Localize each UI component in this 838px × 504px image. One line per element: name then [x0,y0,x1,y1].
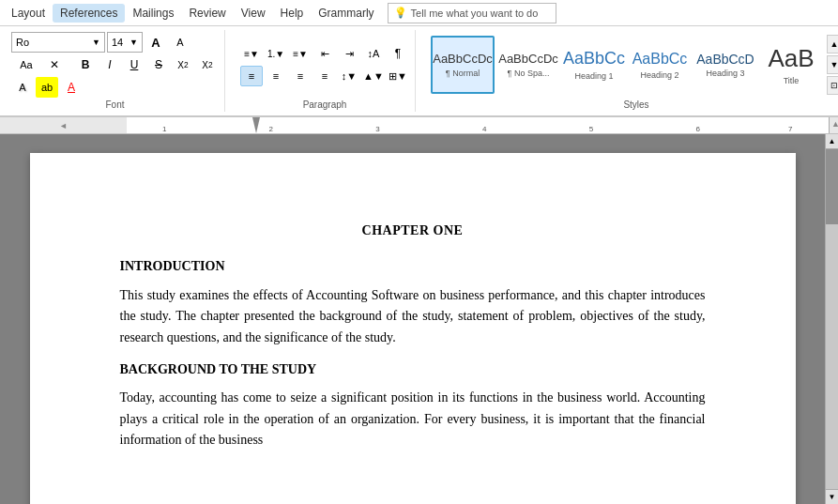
styles-group-label: Styles [623,99,648,110]
document-page[interactable]: CHAPTER ONE INTRODUCTION This study exam… [30,153,796,504]
style-nospace-preview: AaBbCcDc [498,52,558,67]
align-left-button[interactable]: ≡ [240,66,263,86]
font-group: Ro ▼ 14 ▼ A A Aa ✕ [6,30,225,112]
document-container: CHAPTER ONE INTRODUCTION This study exam… [0,134,838,504]
ribbon: Ro ▼ 14 ▼ A A Aa ✕ [0,26,838,117]
style-h1-label: Heading 1 [574,71,613,81]
ruler-mark-7: 7 [788,125,792,133]
background-body1: Today, accounting has come to seize a si… [120,388,706,451]
style-heading2[interactable]: AaBbCc Heading 2 [628,36,692,94]
intro-body: This study examines the effects of Accou… [120,285,706,348]
font-controls: Ro ▼ 14 ▼ A A Aa ✕ [11,32,219,98]
ruler-right-margin: ▲ [829,117,838,133]
style-h1-preview: AaBbCc [563,49,625,69]
styles-expand[interactable]: ⊡ [827,76,838,95]
style-no-spacing[interactable]: AaBbCcDc ¶ No Spa... [496,36,560,94]
styles-gallery: AaBbCcDc ¶ Normal AaBbCcDc ¶ No Spa... A… [431,35,838,95]
styles-group: AaBbCcDc ¶ Normal AaBbCcDc ¶ No Spa... A… [425,30,838,112]
ruler-indent-marker [252,117,260,133]
align-center-button[interactable]: ≡ [265,66,287,86]
style-title[interactable]: AaB Title [759,36,823,94]
superscript-button[interactable]: X2 [196,54,219,75]
ruler: ◄ 1 2 3 4 5 6 7 ▲ [0,117,838,134]
style-normal-label: ¶ Normal [446,69,480,78]
shading-button[interactable]: ▲▼ [362,66,385,86]
scroll-thumb[interactable] [826,149,838,224]
menu-review[interactable]: Review [181,4,233,23]
style-title-label: Title [784,76,800,85]
clear-format-icon: ✕ [50,58,59,71]
numbering-button[interactable]: 1.▼ [265,43,287,64]
menu-layout[interactable]: Layout [4,4,53,23]
font-size-input[interactable]: 14 ▼ [107,32,143,53]
menu-grammarly[interactable]: Grammarly [311,4,381,23]
align-right-button[interactable]: ≡ [289,66,312,86]
paragraph-group: ≡▼ 1.▼ ≡▼ ⇤ ⇥ ↕A ¶ ≡ ≡ ≡ ≡ ↕▼ ▲▼ [235,30,416,112]
bold-button[interactable]: B [74,54,97,75]
ruler-mark-1: 1 [162,125,166,133]
background-heading: BACKGROUND TO THE STUDY [120,359,706,380]
vertical-scrollbar[interactable]: ▲ ▼ [825,134,838,504]
font-name-dropdown[interactable]: Ro ▼ [11,32,105,53]
style-h3-label: Heading 3 [706,69,744,78]
ruler-mark-4: 4 [482,125,486,133]
justify-button[interactable]: ≡ [313,66,336,86]
style-normal[interactable]: AaBbCcDc ¶ Normal [431,36,495,94]
bullets-button[interactable]: ≡▼ [240,43,263,64]
font-grow-button[interactable]: A [145,32,167,53]
change-case-button[interactable]: Aa [11,54,41,75]
text-highlight-button[interactable]: ab [36,77,58,98]
style-heading3[interactable]: AaBbCcD Heading 3 [693,36,757,94]
style-heading1[interactable]: AaBbCc Heading 1 [562,36,626,94]
menu-view[interactable]: View [234,4,273,23]
clear-format-button[interactable]: ✕ [43,54,66,75]
ruler-mark-5: 5 [589,125,593,133]
styles-scroll-controls: ▲ ▼ ⊡ [827,35,838,95]
intro-heading: INTRODUCTION [120,256,706,277]
italic-button[interactable]: I [99,54,121,75]
increase-indent-button[interactable]: ⇥ [338,43,360,64]
scroll-up-button[interactable]: ▲ [826,134,838,149]
sort-button[interactable]: ↕A [362,43,385,64]
font-color-button[interactable]: A [60,77,83,98]
strikethrough-button[interactable]: S [147,54,170,75]
styles-scroll-down[interactable]: ▼ [827,55,838,74]
decrease-indent-button[interactable]: ⇤ [313,43,336,64]
styles-content: AaBbCcDc ¶ Normal AaBbCcDc ¶ No Spa... A… [431,32,838,98]
style-normal-preview: AaBbCcDc [433,52,493,67]
text-effect-button[interactable]: A [11,77,34,98]
menu-bar: Layout References Mailings Review View H… [0,0,838,26]
style-title-preview: AaB [768,44,814,73]
line-spacing-button[interactable]: ↕▼ [338,66,360,86]
underline-button[interactable]: U [123,54,145,75]
subscript-button[interactable]: X2 [172,54,194,75]
menu-references[interactable]: References [53,4,125,23]
styles-scroll-up[interactable]: ▲ [827,35,838,53]
style-h2-preview: AaBbCc [632,50,688,68]
ruler-mark-6: 6 [695,125,699,133]
document-area[interactable]: CHAPTER ONE INTRODUCTION This study exam… [0,134,825,504]
tell-me-search[interactable]: 💡 Tell me what you want to do [388,3,556,23]
paragraph-controls: ≡▼ 1.▼ ≡▼ ⇤ ⇥ ↕A ¶ ≡ ≡ ≡ ≡ ↕▼ ▲▼ [240,32,409,98]
font-shrink-button[interactable]: A [169,32,191,53]
ruler-white-area: 1 2 3 4 5 6 7 ▲ [127,117,838,133]
lightbulb-icon: 💡 [394,7,407,19]
ruler-left-margin: ◄ [59,121,68,130]
app-window: Layout References Mailings Review View H… [0,0,838,504]
font-group-label: Font [105,99,124,110]
menu-mailings[interactable]: Mailings [125,4,181,23]
menu-help[interactable]: Help [273,4,312,23]
paragraph-group-label: Paragraph [303,99,347,110]
multilevel-list-button[interactable]: ≡▼ [289,43,312,64]
chapter-title: CHAPTER ONE [120,221,706,241]
show-formatting-button[interactable]: ¶ [387,43,409,64]
ruler-mark-3: 3 [375,125,379,133]
style-h2-label: Heading 2 [640,70,678,80]
ruler-mark-2: 2 [269,125,273,133]
scroll-down-button[interactable]: ▼ [826,489,838,504]
scroll-track[interactable] [826,149,838,489]
style-h3-preview: AaBbCcD [696,52,754,68]
borders-button[interactable]: ⊞▼ [387,66,409,86]
style-nospace-label: ¶ No Spa... [508,69,550,78]
